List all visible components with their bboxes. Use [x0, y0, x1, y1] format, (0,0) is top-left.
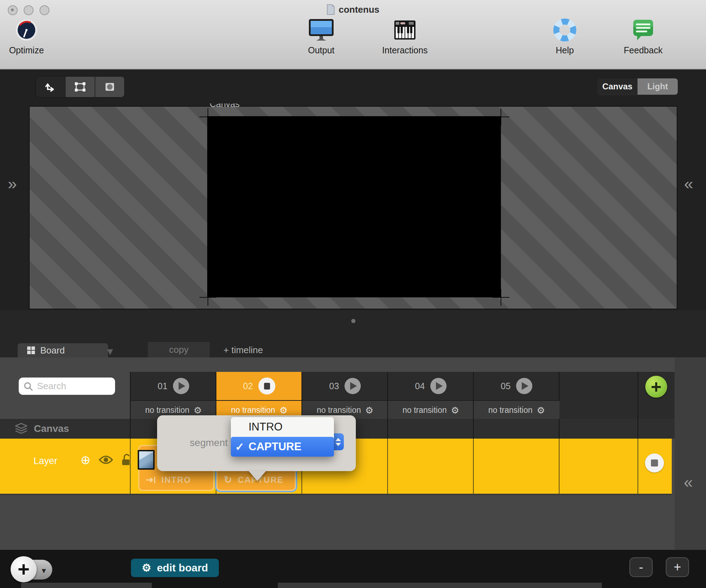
- add-column-button[interactable]: +: [645, 376, 667, 398]
- mask-circle-icon: [103, 80, 116, 94]
- clip-thumbnail: [138, 450, 155, 470]
- move-tool-button[interactable]: [36, 77, 66, 97]
- program-output-frame: [207, 116, 501, 297]
- view-toggle-canvas[interactable]: Canvas: [597, 78, 638, 95]
- tab-board-label: Board: [40, 345, 65, 356]
- footer-bar: ▼ + ⚙ edit board - +: [0, 550, 706, 588]
- toolbar-item-feedback[interactable]: Feedback: [604, 18, 682, 55]
- search-field[interactable]: [19, 378, 115, 395]
- segment-menu: INTRO ✓ CAPTURE: [231, 417, 334, 457]
- stop-column-02-icon[interactable]: [258, 378, 275, 394]
- transform-tool-button[interactable]: [66, 77, 95, 97]
- unlocked-padlock-icon[interactable]: [121, 453, 132, 466]
- board-grid-icon: [27, 346, 35, 355]
- board-column-05[interactable]: 05: [473, 372, 560, 400]
- gauge-icon: [15, 18, 38, 42]
- toolbar-item-output[interactable]: Output: [282, 18, 360, 55]
- lifesaver-help-icon: [553, 18, 576, 42]
- edit-board-label: edit board: [157, 562, 208, 574]
- popover-tail: [248, 470, 267, 481]
- bottom-scroll-strip-right: [278, 583, 602, 588]
- stage-clipped-label: Canvas: [210, 99, 240, 109]
- zoom-out-button[interactable]: -: [629, 557, 653, 577]
- chevron-down-icon: [335, 443, 341, 446]
- clip-intro-label: INTRO: [161, 475, 191, 485]
- toolbar-label-feedback: Feedback: [604, 45, 682, 55]
- tab-board[interactable]: Board: [18, 343, 108, 357]
- collapse-board-right-icon[interactable]: «: [684, 474, 693, 490]
- play-column-05-icon[interactable]: [516, 378, 532, 394]
- board-column-04[interactable]: 04: [387, 372, 474, 400]
- search-input[interactable]: [36, 380, 101, 392]
- toolbar-label-interactions: Interactions: [366, 45, 444, 55]
- toolbar-item-help[interactable]: Help: [526, 18, 604, 55]
- view-toggle: Canvas Light: [597, 78, 678, 95]
- visibility-eye-icon[interactable]: [98, 455, 113, 465]
- app-window: contenus Optimize Output: [0, 0, 706, 588]
- zoom-in-button[interactable]: +: [666, 557, 689, 577]
- toolbar-label-help: Help: [526, 45, 604, 55]
- play-column-03-icon[interactable]: [345, 378, 361, 394]
- board-column-03[interactable]: 03: [301, 372, 388, 400]
- board-tabs-strip: Board ▼ copy + timeline: [0, 310, 706, 357]
- layers-stack-icon: [14, 423, 28, 435]
- collapse-right-panel-icon[interactable]: «: [684, 176, 693, 192]
- toolbar-label-output: Output: [282, 45, 360, 55]
- layer-stop-button[interactable]: [645, 453, 664, 473]
- midi-keyboard-icon: [393, 18, 417, 42]
- add-timeline-button[interactable]: + timeline: [223, 345, 263, 356]
- play-column-01-icon[interactable]: [173, 378, 189, 394]
- board-column-01[interactable]: 01: [130, 372, 216, 400]
- bounding-box-icon: [73, 80, 87, 94]
- search-icon: [24, 382, 33, 391]
- transition-cell-05[interactable]: no transition⚙: [473, 400, 560, 420]
- add-item-button[interactable]: +: [11, 556, 37, 582]
- feedback-bubble-icon: [632, 18, 654, 42]
- transition-gear-icon[interactable]: ⚙: [537, 406, 545, 415]
- transition-gear-icon[interactable]: ⚙: [194, 406, 202, 415]
- board-column-empty: [559, 372, 638, 419]
- menu-item-capture[interactable]: ✓ CAPTURE: [231, 437, 334, 457]
- document-icon: [327, 4, 335, 15]
- transition-gear-icon[interactable]: ⚙: [280, 406, 288, 415]
- triangle-down-icon: ▼: [40, 567, 47, 575]
- board-column-02-active[interactable]: 02: [216, 372, 302, 400]
- board-right-strip: «: [675, 357, 706, 550]
- chevron-up-icon: [335, 438, 341, 441]
- view-toggle-light[interactable]: Light: [638, 78, 678, 95]
- bottom-scroll-strip-left: [21, 583, 152, 588]
- toolbar-item-optimize[interactable]: Optimize: [0, 18, 65, 55]
- layer-row-controls: ⊕: [80, 453, 132, 466]
- transition-cell-04[interactable]: no transition⚙: [387, 400, 474, 420]
- transition-gear-icon[interactable]: ⚙: [365, 406, 373, 415]
- canvas-stage: Canvas: [29, 106, 677, 309]
- mask-tool-button[interactable]: [95, 77, 124, 97]
- monitor-icon: [307, 18, 335, 42]
- window-title: contenus: [0, 4, 706, 15]
- edit-board-button[interactable]: ⚙ edit board: [131, 559, 219, 577]
- check-icon: ✓: [231, 440, 249, 453]
- gear-icon: ⚙: [142, 563, 151, 572]
- loop-icon: ↻: [224, 475, 233, 485]
- canvas-tool-group: [35, 76, 125, 98]
- toolbar-label-optimize: Optimize: [0, 45, 65, 55]
- add-layer-icon[interactable]: ⊕: [80, 454, 91, 466]
- board-menu-caret-icon[interactable]: ▼: [105, 346, 115, 357]
- play-column-04-icon[interactable]: [430, 378, 447, 394]
- tab-copy[interactable]: copy: [148, 342, 210, 357]
- move-arrows-icon: [44, 80, 57, 94]
- toolbar-item-interactions[interactable]: Interactions: [366, 18, 444, 55]
- titlebar: contenus Optimize Output: [0, 0, 706, 70]
- segment-field-label: segment: [161, 437, 228, 449]
- skip-to-end-icon: [146, 476, 156, 484]
- menu-item-intro[interactable]: INTRO: [231, 417, 334, 437]
- page-indicator-dot: [351, 319, 355, 323]
- add-column-cell: +: [638, 372, 676, 419]
- canvas-row-label: Canvas: [34, 423, 69, 434]
- layer-row-label: Layer: [34, 456, 58, 467]
- canvas-panel: Canvas Light » « Canvas: [0, 70, 706, 310]
- expand-left-panel-icon[interactable]: »: [8, 176, 17, 192]
- transition-gear-icon[interactable]: ⚙: [451, 406, 459, 415]
